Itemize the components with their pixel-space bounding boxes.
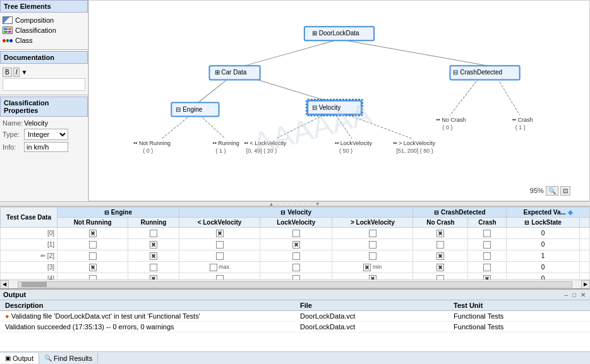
zoom-magnify-btn[interactable]: 🔍 <box>546 186 558 196</box>
tree-elements-list: Composition Classification Class <box>0 13 88 48</box>
cell-2-gt[interactable] <box>332 250 413 262</box>
composition-icon <box>3 16 13 24</box>
output-desc-1: Validation succeeded (17:35:13) -- 0 err… <box>0 322 295 332</box>
output-th-file: File <box>295 300 449 311</box>
cell-3-lt[interactable]: max <box>179 262 260 273</box>
hscroll-bar[interactable] <box>18 281 572 288</box>
cell-4-lt[interactable] <box>179 273 260 280</box>
cell-1-eq[interactable]: ✕ <box>260 239 332 250</box>
class-icon <box>3 37 13 44</box>
cell-1-crash[interactable] <box>468 239 507 250</box>
output-close-btn[interactable]: ✕ <box>579 291 587 298</box>
cell-2-run[interactable]: ✕ <box>128 250 179 262</box>
th-no-crash: No Crash <box>413 218 468 228</box>
cell-2-crash[interactable] <box>468 250 507 262</box>
svg-text:•• Running: •• Running <box>212 140 239 146</box>
prop-info-row: Info: <box>3 142 85 152</box>
cell-1-nocrash[interactable] <box>413 239 468 250</box>
cell-1-notrn[interactable] <box>57 239 128 250</box>
pencil-icon-2[interactable]: ✏ <box>40 252 45 259</box>
hscroll-left-btn[interactable]: ◀ <box>0 280 9 289</box>
table-row: [3] ✕ max ✕ min ✕ 0 <box>1 262 590 273</box>
output-th-description: Description <box>0 300 295 311</box>
resize-handle[interactable]: ▲ · · · · · · · ▼ <box>0 201 590 206</box>
cell-3-eq[interactable] <box>260 262 332 273</box>
documentation-editor[interactable] <box>3 78 85 91</box>
prop-name-value: Velocity <box>24 119 85 127</box>
top-area: Tree Elements Composition Classification <box>0 0 590 201</box>
output-file-1: DoorLockData.vct <box>295 322 449 332</box>
row-id-3: [3] <box>1 262 57 273</box>
th-lock: LockVelocity <box>260 218 332 228</box>
cell-3-run[interactable] <box>128 262 179 273</box>
tree-elements-title: Tree Elements <box>0 0 88 13</box>
cell-3-nocrash[interactable]: ✕ <box>413 262 468 273</box>
tree-item-class[interactable]: Class <box>3 35 85 45</box>
cell-4-crash[interactable]: ✕ <box>468 273 507 280</box>
prop-type-select[interactable]: Integer <box>24 129 68 140</box>
tree-svg: ⊞ DoorLockData ⊞ Car Data ⊟ CrashDetecte… <box>89 1 589 201</box>
cell-4-nocrash[interactable] <box>413 273 468 280</box>
cell-4-eq[interactable] <box>260 273 332 280</box>
cell-4-notrn[interactable] <box>57 273 128 280</box>
cell-2-lockstate: 1 <box>507 250 580 262</box>
row-id-2: ✏ [2] <box>1 250 57 262</box>
svg-text:( 1 ): ( 1 ) <box>515 124 526 131</box>
cell-1-run[interactable]: ✕ <box>128 239 179 250</box>
cell-0-eq[interactable] <box>260 228 332 239</box>
table-row: [0] ✕ ✕ ✕ 0 <box>1 228 590 239</box>
cell-0-notrn[interactable]: ✕ <box>57 228 128 239</box>
doc-bold-btn[interactable]: B <box>3 68 12 77</box>
output-row-1: Validation succeeded (17:35:13) -- 0 err… <box>0 322 590 332</box>
tree-item-classification[interactable]: Classification <box>3 25 85 35</box>
cell-3-gt[interactable]: ✕ min <box>332 262 413 273</box>
cell-0-run[interactable] <box>128 228 179 239</box>
cell-3-crash[interactable] <box>468 262 507 273</box>
hscroll-thumb[interactable] <box>21 282 47 287</box>
tab-output-label: Output <box>13 355 33 362</box>
prop-type-label: Type: <box>3 131 21 138</box>
cell-2-lt[interactable] <box>179 250 260 262</box>
bottom-tabs: ▣ Output 🔍 Find Results <box>0 351 590 364</box>
doc-italic-btn[interactable]: I <box>13 68 20 77</box>
output-row-0: ● Validating file 'DoorLockData.vct' in … <box>0 311 590 322</box>
cell-1-lt[interactable] <box>179 239 260 250</box>
cell-0-lt[interactable]: ✕ <box>179 228 260 239</box>
output-tab-icon: ▣ <box>5 355 11 361</box>
prop-info-input[interactable] <box>24 142 68 152</box>
tree-item-composition[interactable]: Composition <box>3 15 85 25</box>
svg-text:•• Crash: •• Crash <box>512 117 533 123</box>
cell-4-gt[interactable]: ✕ <box>332 273 413 280</box>
svg-text:[51, 200] ( 80 ): [51, 200] ( 80 ) <box>396 148 433 154</box>
zoom-reset-btn[interactable]: ⊡ <box>560 186 570 196</box>
hscroll-right-btn[interactable]: ▶ <box>581 280 590 289</box>
cell-1-gt[interactable] <box>332 239 413 250</box>
cell-2-nocrash[interactable]: ✕ <box>413 250 468 262</box>
svg-text:•• > LockVelocity: •• > LockVelocity <box>393 140 435 146</box>
tab-find-results[interactable]: 🔍 Find Results <box>39 353 98 363</box>
prop-info-label: Info: <box>3 143 21 151</box>
cell-0-crash[interactable] <box>468 228 507 239</box>
output-minimize-btn[interactable]: – <box>563 291 569 298</box>
cell-0-extra <box>580 228 590 239</box>
output-maximize-btn[interactable]: □ <box>571 291 577 298</box>
svg-line-4 <box>162 115 190 139</box>
tab-output[interactable]: ▣ Output <box>0 353 39 363</box>
zoom-badge: 95% 🔍 ⊡ <box>530 186 570 196</box>
output-panel: Output – □ ✕ Description File Test Unit <box>0 288 590 351</box>
classification-props-section: Name: Velocity Type: Integer Info: <box>0 117 88 156</box>
cell-2-eq[interactable] <box>260 250 332 262</box>
cell-0-nocrash[interactable]: ✕ <box>413 228 468 239</box>
cell-2-notrn[interactable] <box>57 250 128 262</box>
prop-type-row: Type: Integer <box>3 129 85 140</box>
cell-3-notrn[interactable]: ✕ <box>57 262 128 273</box>
th-expected-section: Expected Va... ◆ <box>507 208 590 218</box>
zoom-level: 95% <box>530 187 544 194</box>
data-table-scroll[interactable]: Test Case Data ⊟ Engine ⊟ Velocity ⊟ Cra… <box>0 207 590 279</box>
cell-3-extra <box>580 262 590 273</box>
th-gt-lock: > LockVelocity <box>332 218 413 228</box>
output-table-body: ● Validating file 'DoorLockData.vct' in … <box>0 311 590 332</box>
data-table-area: Test Case Data ⊟ Engine ⊟ Velocity ⊟ Cra… <box>0 206 590 288</box>
cell-0-gt[interactable] <box>332 228 413 239</box>
cell-4-run[interactable]: ✕ <box>128 273 179 280</box>
